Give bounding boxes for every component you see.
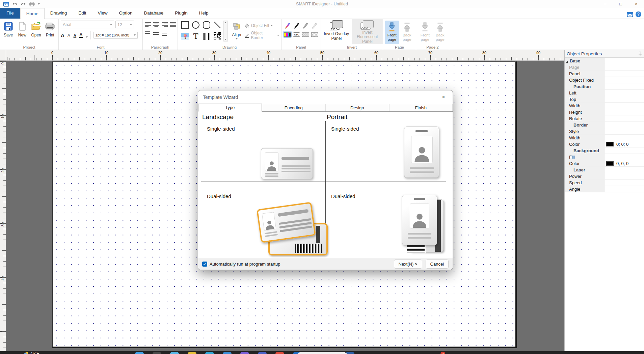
open-button[interactable]: Open xyxy=(30,21,43,37)
overlay-panel-chip[interactable] xyxy=(302,31,310,37)
property-row[interactable]: Laser xyxy=(565,167,644,173)
barcode-tool-icon[interactable] xyxy=(203,33,211,40)
dialog-close-button[interactable]: × xyxy=(439,94,448,101)
pin-icon[interactable] xyxy=(638,52,642,56)
resin-panel-chip[interactable]: ABC xyxy=(293,31,300,37)
property-row[interactable]: Page xyxy=(565,64,644,71)
gray-pen-icon[interactable] xyxy=(302,21,309,29)
black-pen-icon[interactable] xyxy=(293,21,300,29)
print-button[interactable]: Print xyxy=(44,21,56,37)
property-row[interactable]: Fill xyxy=(565,154,644,160)
underline-button[interactable]: A xyxy=(74,34,77,38)
unit-select[interactable]: 1pt = 1px (1/96 inch) xyxy=(93,32,138,39)
tab-view[interactable]: View xyxy=(92,8,113,19)
cancel-button[interactable]: Cancel xyxy=(426,260,449,269)
align-right-icon[interactable] xyxy=(162,22,168,28)
font-family-select[interactable]: Arial xyxy=(61,21,114,28)
close-button[interactable]: × xyxy=(628,0,644,8)
landscape-single-sided-option[interactable] xyxy=(261,148,313,179)
tab-help[interactable]: Help xyxy=(193,8,214,19)
text-tool-icon[interactable]: T xyxy=(193,33,198,40)
align-button[interactable]: Align xyxy=(229,21,244,39)
property-value[interactable]: 0; 0; 0 xyxy=(616,142,628,147)
light-pen-icon[interactable] xyxy=(311,21,318,29)
weather-widget[interactable]: 45°F xyxy=(24,351,39,354)
next-button[interactable]: Next(N) > xyxy=(394,260,422,269)
landscape-dual-sided-option[interactable] xyxy=(258,206,328,255)
property-row[interactable]: Border xyxy=(565,122,644,128)
image-tool-icon[interactable] xyxy=(181,33,189,40)
tab-encoding[interactable]: Encoding xyxy=(262,104,326,111)
tab-edit[interactable]: Edit xyxy=(73,8,92,19)
tab-database[interactable]: Database xyxy=(138,8,169,19)
tab-plugin[interactable]: Plugin xyxy=(169,8,193,19)
fluorescent-panel-chip[interactable] xyxy=(311,31,319,37)
property-row[interactable]: Width xyxy=(565,135,644,141)
front-page-button[interactable]: Front page xyxy=(385,21,399,44)
scroll-up-icon[interactable] xyxy=(224,22,226,23)
taskbar-icon[interactable] xyxy=(153,352,161,354)
property-row[interactable]: Width xyxy=(565,103,644,109)
property-row[interactable]: Style xyxy=(565,128,644,135)
property-row[interactable]: Height xyxy=(565,109,644,115)
tab-drawing[interactable]: Drawing xyxy=(45,8,73,19)
color-swatch[interactable] xyxy=(606,161,614,166)
tab-home[interactable]: Home xyxy=(20,8,45,19)
line-tool-icon[interactable] xyxy=(213,21,221,30)
portrait-dual-sided-option[interactable] xyxy=(402,195,447,255)
line-spacing-small-icon[interactable] xyxy=(145,31,150,36)
qrcode-tool-icon[interactable] xyxy=(214,32,221,41)
italic-button[interactable]: A xyxy=(68,33,71,38)
property-value[interactable]: 0; 0; 0 xyxy=(616,161,628,166)
line-spacing-large-icon[interactable] xyxy=(162,31,167,36)
align-left-icon[interactable] xyxy=(145,22,151,28)
undo-icon[interactable] xyxy=(12,2,18,6)
align-justify-icon[interactable] xyxy=(170,22,176,28)
qat-dropdown-icon[interactable] xyxy=(38,3,40,5)
color-swatch[interactable] xyxy=(606,142,614,146)
align-center-icon[interactable] xyxy=(153,22,159,28)
color-pen-icon[interactable] xyxy=(284,21,291,29)
font-color-button[interactable]: A xyxy=(79,32,82,38)
property-row[interactable]: Angle xyxy=(565,186,644,192)
tab-option[interactable]: Option xyxy=(113,8,138,19)
property-row[interactable]: Color 0; 0; 0 xyxy=(565,141,644,147)
redo-icon[interactable] xyxy=(21,2,26,6)
taskbar-icon[interactable] xyxy=(205,352,214,354)
property-row[interactable]: Base xyxy=(565,58,644,64)
font-size-select[interactable]: 12 xyxy=(115,21,134,28)
tab-finish[interactable]: Finish xyxy=(389,104,453,111)
property-row[interactable]: Color 0; 0; 0 xyxy=(565,160,644,167)
property-row[interactable]: Rotate xyxy=(565,115,644,122)
rounded-rectangle-tool-icon[interactable] xyxy=(203,21,211,30)
object-fill-button[interactable]: Object Fill xyxy=(244,23,279,28)
property-row[interactable]: Position xyxy=(565,83,644,90)
property-row[interactable]: Top xyxy=(565,96,644,103)
property-row[interactable]: Left xyxy=(565,90,644,96)
ellipse-tool-icon[interactable] xyxy=(192,21,200,30)
line-spacing-medium-icon[interactable] xyxy=(153,31,159,36)
taskbar-icon[interactable] xyxy=(240,352,249,354)
taskbar-icon[interactable] xyxy=(170,352,179,354)
help-icon[interactable]: ? xyxy=(636,11,641,17)
startup-checkbox[interactable] xyxy=(202,262,207,267)
taskbar-icon[interactable] xyxy=(135,352,144,354)
tab-file[interactable]: File xyxy=(0,8,20,19)
font-color-dropdown-icon[interactable] xyxy=(86,36,88,38)
taskbar-icon[interactable] xyxy=(188,352,196,354)
property-row[interactable]: Panel xyxy=(565,71,644,77)
color-panel-chip[interactable] xyxy=(284,31,291,37)
rectangle-tool-icon[interactable] xyxy=(181,21,189,30)
invert-overlay-panel-button[interactable]: Invert Overlay Panel xyxy=(321,19,352,44)
portrait-single-sided-option[interactable] xyxy=(404,127,439,178)
taskbar-icon[interactable] xyxy=(223,352,232,354)
save-button[interactable]: Save xyxy=(2,21,15,37)
scroll-down-icon[interactable] xyxy=(224,39,226,40)
minimize-button[interactable]: − xyxy=(597,0,613,8)
property-row[interactable]: Background xyxy=(565,147,644,154)
new-button[interactable]: New xyxy=(16,21,28,37)
taskbar-icon[interactable] xyxy=(258,352,267,354)
property-row[interactable]: Speed xyxy=(565,180,644,186)
taskbar-icon[interactable] xyxy=(275,352,284,354)
startup-checkbox-label[interactable]: Automatically run at program startup xyxy=(210,262,391,267)
